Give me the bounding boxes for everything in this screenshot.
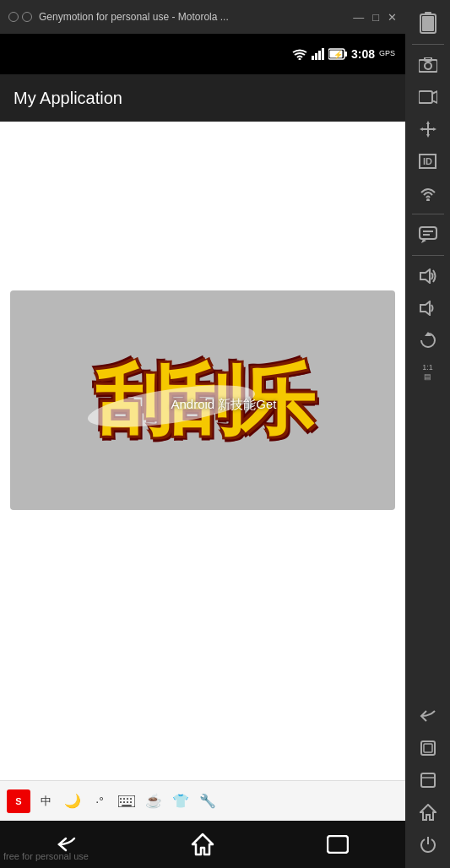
phone-area: ⚡ 3:08 GPS My Application 刮刮乐 Android 新技… [0, 34, 405, 868]
chat-icon[interactable] [411, 220, 445, 250]
svg-rect-45 [328, 836, 348, 853]
svg-marker-27 [420, 805, 436, 820]
close-button[interactable]: ✕ [388, 11, 397, 24]
svg-text:⚡: ⚡ [333, 50, 344, 60]
svg-rect-15 [420, 227, 436, 239]
main-content: 刮刮乐 Android 新技能Get [0, 122, 405, 780]
app-bar: My Application [0, 74, 405, 122]
svg-text:+: + [432, 270, 436, 278]
sidebar-back-icon[interactable] [411, 701, 445, 731]
svg-marker-21 [420, 301, 430, 315]
svg-rect-6 [419, 91, 432, 103]
svg-marker-11 [426, 134, 430, 138]
svg-marker-12 [420, 127, 423, 131]
camera-icon[interactable] [411, 50, 445, 80]
volume-down-icon[interactable] [411, 293, 445, 323]
chinese-input-icon[interactable]: 中 [34, 789, 57, 813]
volume-up-icon[interactable]: + [411, 261, 445, 291]
top-space [0, 122, 405, 290]
input-bar: S 中 🌙 ·° ☕ 👕 🔧 [0, 780, 405, 821]
dot-2 [22, 12, 32, 22]
svg-point-29 [298, 58, 301, 61]
svg-marker-44 [192, 834, 213, 854]
wrench-icon[interactable]: 🔧 [196, 789, 220, 813]
sidebar-home-icon[interactable] [411, 797, 445, 827]
sidebar-divider-2 [412, 214, 444, 214]
svg-marker-10 [426, 121, 430, 124]
banner-container: 刮刮乐 Android 新技能Get [0, 290, 405, 510]
svg-rect-41 [127, 801, 128, 803]
nav-home-button[interactable] [177, 827, 228, 861]
title-dots [8, 12, 32, 22]
video-icon[interactable] [411, 82, 445, 112]
id-icon[interactable]: ID [411, 146, 445, 176]
dots-icon[interactable]: ·° [88, 789, 111, 813]
sidebar-divider-1 [412, 44, 444, 45]
svg-rect-24 [424, 744, 432, 752]
right-sidebar: ID + [405, 0, 450, 868]
svg-rect-37 [127, 798, 128, 800]
svg-rect-39 [120, 801, 122, 803]
svg-point-4 [425, 62, 431, 69]
maximize-button[interactable]: □ [372, 11, 379, 24]
minimize-button[interactable]: — [353, 11, 364, 24]
svg-rect-35 [120, 798, 122, 800]
bottom-space [0, 510, 405, 780]
svg-rect-42 [130, 801, 132, 803]
svg-marker-19 [420, 269, 430, 283]
sidebar-recents-icon[interactable] [411, 733, 445, 763]
svg-rect-38 [130, 798, 132, 800]
battery-icon[interactable] [411, 8, 445, 39]
sidebar-overview-icon[interactable] [411, 765, 445, 795]
shirt-icon[interactable]: 👕 [169, 789, 192, 813]
move-icon[interactable] [411, 114, 445, 144]
moon-icon[interactable]: 🌙 [61, 789, 84, 813]
title-bar: Genymotion for personal use - Motorola .… [0, 0, 405, 34]
keyboard-icon[interactable] [115, 789, 138, 813]
status-bar: ⚡ 3:08 GPS [0, 34, 405, 74]
svg-rect-2 [422, 16, 434, 31]
sidebar-power-icon[interactable] [411, 829, 445, 860]
scale-icon[interactable]: 1:1▤ [411, 357, 445, 388]
gps-icon: GPS [379, 50, 395, 58]
banner-image[interactable]: 刮刮乐 Android 新技能Get [10, 290, 395, 510]
svg-rect-36 [123, 798, 125, 800]
svg-point-14 [426, 198, 430, 201]
title-bar-text: Genymotion for personal use - Motorola .… [39, 11, 346, 23]
battery-status-icon: ⚡ [328, 48, 347, 60]
watermark-text: free for personal use [3, 851, 89, 861]
svg-rect-40 [123, 801, 125, 803]
rotate-icon[interactable] [411, 325, 445, 355]
dot-1 [8, 12, 19, 22]
title-bar-controls: — □ ✕ [353, 11, 397, 24]
svg-rect-25 [421, 773, 435, 787]
sidebar-divider-3 [412, 255, 444, 256]
app-title: My Application [14, 89, 122, 108]
cup-icon[interactable]: ☕ [142, 789, 165, 813]
time-display: 3:08 [351, 47, 375, 61]
status-icons: ⚡ 3:08 GPS [292, 47, 395, 61]
wifi-status-icon [292, 48, 307, 60]
svg-marker-7 [432, 91, 437, 103]
wifi-cast-icon[interactable] [411, 178, 445, 209]
banner-overlay-text: Android 新技能Get [171, 397, 276, 413]
svg-marker-13 [433, 127, 436, 131]
sougou-icon[interactable]: S [7, 789, 30, 813]
nav-recents-button[interactable] [312, 827, 363, 861]
signal-icon [312, 48, 324, 60]
svg-rect-43 [122, 805, 132, 806]
svg-rect-31 [344, 52, 347, 57]
